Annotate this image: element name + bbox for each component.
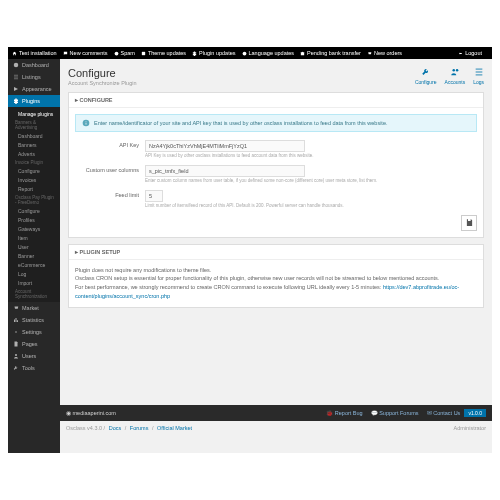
admin-label: Administrator bbox=[454, 425, 486, 431]
nav-dashboard[interactable]: Dashboard bbox=[8, 59, 60, 71]
nav-statistics[interactable]: Statistics bbox=[8, 314, 60, 326]
sub-item[interactable]: Profiles bbox=[8, 215, 60, 224]
setup-line-1: Plugin does not require any modification… bbox=[75, 266, 477, 275]
top-bank[interactable]: Pending bank transfer bbox=[300, 50, 361, 56]
input-limit[interactable] bbox=[145, 190, 163, 202]
brand-icon: ◉ bbox=[66, 410, 71, 416]
sub-item[interactable]: Invoices bbox=[8, 175, 60, 184]
nav-pages[interactable]: Pages bbox=[8, 338, 60, 350]
info-icon bbox=[82, 119, 90, 127]
brand-name: mediaaperini.com bbox=[73, 410, 116, 416]
sub-item[interactable]: Adverts bbox=[8, 149, 60, 158]
logout-link[interactable]: Logout bbox=[458, 50, 482, 56]
nav-appearance[interactable]: Appearance bbox=[8, 83, 60, 95]
sub-hdr-1: Invoice Plugin bbox=[8, 158, 60, 166]
action-accounts[interactable]: Accounts bbox=[445, 67, 466, 85]
sidebar: Dashboard Listings Appearance Plugins Ma… bbox=[8, 59, 60, 453]
sub-item[interactable]: Log bbox=[8, 269, 60, 278]
setup-line-3: For best performance, we strongly recomm… bbox=[75, 283, 477, 301]
sub-item[interactable]: Configure bbox=[8, 166, 60, 175]
label-columns: Custom user columns bbox=[75, 165, 145, 173]
footer-contact[interactable]: ✉ Contact Us bbox=[427, 410, 461, 416]
top-plugin[interactable]: Plugin updates bbox=[192, 50, 235, 56]
sub-item[interactable]: eCommerce bbox=[8, 260, 60, 269]
panel-configure-title: ▸ CONFIGURE bbox=[69, 93, 483, 108]
action-configure[interactable]: Configure bbox=[415, 67, 437, 85]
page-subtitle: Account Synchronize Plugin bbox=[68, 80, 136, 86]
nav-settings[interactable]: Settings bbox=[8, 326, 60, 338]
help-columns: Enter custom column names from user tabl… bbox=[145, 178, 477, 184]
sub-item[interactable]: Configure bbox=[8, 206, 60, 215]
page-title: Configure bbox=[68, 67, 136, 79]
nav-plugins[interactable]: Plugins bbox=[8, 95, 60, 107]
label-limit: Feed limit bbox=[75, 190, 145, 198]
sub-item[interactable]: Item bbox=[8, 233, 60, 242]
top-lang[interactable]: Language updates bbox=[242, 50, 295, 56]
breadcrumb: Osclass v4.3.0 / Docs / Forums / Officia… bbox=[66, 425, 194, 431]
nav-market[interactable]: Market bbox=[8, 302, 60, 314]
save-button[interactable] bbox=[461, 215, 477, 231]
sub-hdr-3: Account Synchronization bbox=[8, 287, 60, 300]
action-logs[interactable]: Logs bbox=[473, 67, 484, 85]
svg-point-5 bbox=[452, 69, 455, 72]
top-orders[interactable]: New orders bbox=[367, 50, 402, 56]
sub-item[interactable]: Banner bbox=[8, 251, 60, 260]
version-badge: v1.0.0 bbox=[464, 409, 486, 417]
footer-report-bug[interactable]: 🐞 Report Bug bbox=[326, 410, 362, 416]
sub-item[interactable]: Banners bbox=[8, 140, 60, 149]
sub-item[interactable]: User bbox=[8, 242, 60, 251]
sub-item[interactable]: Dashboard bbox=[8, 131, 60, 140]
save-icon bbox=[465, 218, 474, 227]
top-home[interactable]: Test installation bbox=[12, 50, 57, 56]
sub-manage[interactable]: Manage plugins bbox=[8, 109, 60, 118]
svg-point-1 bbox=[242, 51, 246, 55]
info-box: Enter name/identificator of your site an… bbox=[75, 114, 477, 132]
top-spam[interactable]: Spam bbox=[114, 50, 135, 56]
input-apikey[interactable] bbox=[145, 140, 305, 152]
help-limit: Limit number of items/feed record of thi… bbox=[145, 203, 477, 209]
nav-tools[interactable]: Tools bbox=[8, 362, 60, 374]
nav-listings[interactable]: Listings bbox=[8, 71, 60, 83]
svg-point-2 bbox=[14, 63, 19, 68]
setup-line-2: Osclass CRON setup is essential for prop… bbox=[75, 274, 477, 283]
sub-item[interactable]: Import bbox=[8, 278, 60, 287]
svg-point-4 bbox=[15, 354, 17, 356]
svg-point-3 bbox=[15, 331, 17, 333]
svg-point-6 bbox=[456, 69, 459, 72]
label-apikey: API Key bbox=[75, 140, 145, 148]
panel-setup-title: ▸ PLUGIN SETUP bbox=[69, 245, 483, 260]
top-theme[interactable]: Theme updates bbox=[141, 50, 186, 56]
svg-point-0 bbox=[114, 51, 118, 55]
help-apikey: API Key is used by other osclass install… bbox=[145, 153, 477, 159]
sub-hdr-0: Banners & Advertising bbox=[8, 118, 60, 131]
sub-item[interactable]: Gateways bbox=[8, 224, 60, 233]
top-comments[interactable]: New comments bbox=[63, 50, 108, 56]
nav-users[interactable]: Users bbox=[8, 350, 60, 362]
sub-hdr-2: Osclass Pay Plugin - FreeDemo bbox=[8, 193, 60, 206]
sub-item[interactable]: Report bbox=[8, 184, 60, 193]
input-columns[interactable] bbox=[145, 165, 305, 177]
footer-support[interactable]: 💬 Support Forums bbox=[371, 410, 419, 416]
